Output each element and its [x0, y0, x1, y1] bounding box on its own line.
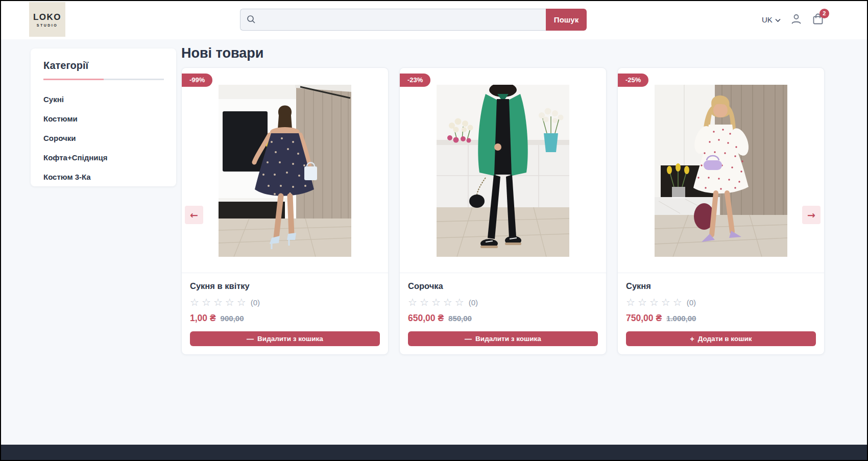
cart-button-label: Видалити з кошика — [475, 335, 541, 343]
star-icon: ☆ — [455, 297, 464, 307]
star-icon: ☆ — [225, 297, 234, 307]
star-icon: ☆ — [420, 297, 429, 307]
footer — [0, 445, 868, 461]
categories-sidebar: Категорії Сукні Костюми Сорочки Кофта+Сп… — [31, 48, 176, 186]
star-icon: ☆ — [213, 297, 223, 307]
discount-badge: -25% — [618, 74, 648, 87]
star-icon: ☆ — [431, 297, 441, 307]
sidebar-item-suit-3piece[interactable]: Костюм 3-Ка — [43, 173, 163, 181]
price-old: 1.000,00 — [666, 314, 696, 323]
minus-icon: — — [465, 335, 472, 343]
logo[interactable]: LOKO STUDIO — [29, 2, 65, 37]
logo-title: LOKO — [33, 12, 61, 22]
sidebar-underline — [43, 79, 164, 80]
price-current: 1,00 ₴ — [190, 313, 216, 324]
product-name[interactable]: Сукня — [626, 281, 816, 291]
logo-subtitle: STUDIO — [37, 23, 58, 27]
star-icon: ☆ — [673, 297, 682, 307]
header-right-controls: UK 2 — [762, 0, 824, 39]
remove-from-cart-button[interactable]: — Видалити з кошика — [408, 331, 598, 346]
price-old: 900,00 — [221, 314, 244, 323]
cart-button-label: Видалити з кошика — [257, 335, 323, 343]
star-icon: ☆ — [638, 297, 647, 307]
cart-button[interactable]: 2 — [812, 13, 824, 27]
chevron-down-icon — [775, 15, 781, 24]
star-icon: ☆ — [202, 297, 211, 307]
sidebar-title: Категорії — [43, 60, 163, 71]
product-image[interactable] — [655, 85, 787, 257]
rating-row: ☆ ☆ ☆ ☆ ☆ (0) — [408, 297, 598, 307]
star-icon: ☆ — [626, 297, 635, 307]
cart-count-badge: 2 — [819, 9, 829, 18]
product-photo-green-shirt — [437, 85, 569, 257]
product-name[interactable]: Сукня в квітку — [190, 281, 380, 291]
page-title: Нові товари — [181, 45, 263, 61]
price-row: 1,00 ₴ 900,00 — [190, 313, 380, 324]
star-icon: ☆ — [190, 297, 199, 307]
carousel-prev-button[interactable]: ← — [185, 206, 203, 224]
search-icon — [246, 14, 256, 27]
product-card: -99% — [181, 67, 389, 355]
price-row: 750,00 ₴ 1.000,00 — [626, 313, 816, 324]
discount-badge: -23% — [400, 74, 430, 87]
product-photo-white-dress — [655, 85, 787, 257]
search-button-label: Пошук — [554, 15, 578, 24]
rating-count: (0) — [251, 298, 260, 307]
product-card: -25% — [617, 67, 825, 355]
user-icon — [790, 13, 802, 27]
rating-count: (0) — [687, 298, 696, 307]
search-bar: Пошук — [240, 9, 587, 31]
star-icon: ☆ — [661, 297, 670, 307]
rating-count: (0) — [469, 298, 478, 307]
product-grid: -99% — [181, 67, 825, 355]
add-to-cart-button[interactable]: + Додати в кошик — [626, 331, 816, 346]
plus-icon: + — [690, 335, 694, 343]
rating-row: ☆ ☆ ☆ ☆ ☆ (0) — [190, 297, 380, 307]
remove-from-cart-button[interactable]: — Видалити з кошика — [190, 331, 380, 346]
category-list: Сукні Костюми Сорочки Кофта+Спідниця Кос… — [43, 95, 163, 181]
rating-row: ☆ ☆ ☆ ☆ ☆ (0) — [626, 297, 816, 307]
sidebar-item-suits[interactable]: Костюми — [43, 114, 163, 123]
star-icon: ☆ — [408, 297, 417, 307]
header: LOKO STUDIO Пошук UK — [0, 0, 868, 39]
language-selector[interactable]: UK — [762, 15, 781, 24]
sidebar-item-sweater-skirt[interactable]: Кофта+Спідниця — [43, 153, 163, 162]
price-row: 650,00 ₴ 850,00 — [408, 313, 598, 324]
cart-button-label: Додати в кошик — [698, 335, 752, 343]
price-current: 750,00 ₴ — [626, 313, 662, 324]
product-photo-navy-dress — [219, 85, 351, 257]
product-image[interactable] — [437, 85, 569, 257]
account-button[interactable] — [790, 13, 802, 27]
minus-icon: — — [247, 335, 254, 343]
price-old: 850,00 — [448, 314, 472, 323]
search-button[interactable]: Пошук — [546, 9, 587, 31]
star-icon: ☆ — [649, 297, 659, 307]
product-image[interactable] — [219, 85, 351, 257]
star-icon: ☆ — [443, 297, 452, 307]
carousel-next-button[interactable]: → — [802, 206, 821, 224]
sidebar-item-shirts[interactable]: Сорочки — [43, 134, 163, 142]
star-icon: ☆ — [237, 297, 246, 307]
discount-badge: -99% — [182, 74, 212, 87]
product-name[interactable]: Сорочка — [408, 281, 598, 291]
product-card: -23% — [399, 67, 607, 355]
search-input[interactable] — [240, 9, 546, 31]
sidebar-item-dresses[interactable]: Сукні — [43, 95, 163, 104]
price-current: 650,00 ₴ — [408, 313, 444, 324]
language-selected: UK — [762, 15, 773, 24]
